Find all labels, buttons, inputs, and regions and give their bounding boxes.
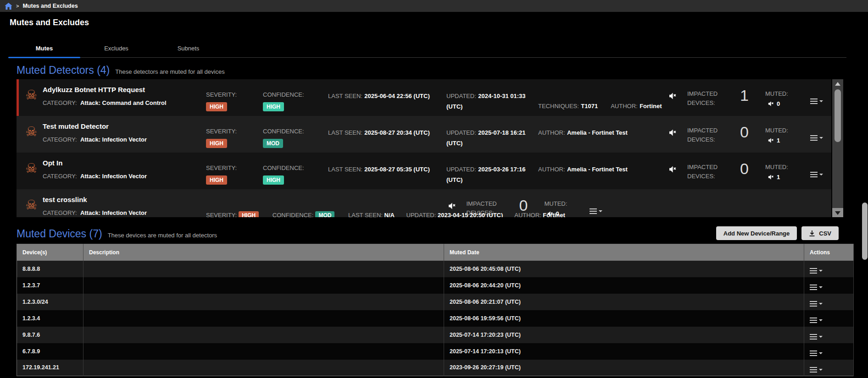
detector-name: Opt In [43, 159, 206, 167]
severity-badge: HIGH [206, 175, 227, 185]
device-cell: 1.2.3.0/24 [17, 294, 83, 310]
tab-excludes[interactable]: Excludes [80, 40, 152, 57]
scroll-thumb[interactable] [835, 89, 841, 142]
chevron-down-icon [819, 369, 823, 371]
detector-name: test crosslink [43, 196, 206, 203]
row-menu-button[interactable] [590, 208, 602, 214]
confidence-label: CONFIDENCE: [263, 164, 304, 171]
page-scroll-thumb[interactable] [862, 203, 868, 260]
severity-badge: HIGH [206, 139, 227, 148]
table-row: 1.2.3.0/24 2025-08-06 20:21:07 (UTC) [17, 294, 854, 310]
skull-icon: ☠ [25, 197, 37, 212]
skull-icon: ☠ [25, 161, 37, 175]
muted-detectors-list: ☠ Adylkuzz Botnet HTTP Request CATEGORY:… [17, 79, 843, 217]
last-seen-value: N/A [384, 212, 395, 217]
menu-icon [810, 285, 817, 290]
confidence-badge: MOD [263, 139, 283, 148]
muted-date-cell: 2025-08-06 20:44:20 (UTC) [444, 277, 804, 294]
row-menu-button[interactable] [810, 285, 823, 290]
muted-date-cell: 2025-07-14 17:20:13 (UTC) [444, 343, 804, 360]
row-menu-button[interactable] [810, 99, 823, 104]
detector-row: ☠ test crosslink CATEGORY: Attack: Infec… [17, 189, 831, 217]
confidence-badge: HIGH [263, 102, 284, 111]
author-value: Fortinet [640, 103, 662, 110]
row-menu-button[interactable] [810, 268, 823, 274]
menu-icon [810, 318, 817, 323]
chevron-down-icon [819, 174, 823, 175]
row-menu-button[interactable] [810, 367, 823, 373]
mute-button[interactable] [669, 79, 687, 116]
row-menu-button[interactable] [810, 172, 823, 177]
menu-icon [590, 208, 597, 214]
author-value: Amelia - Fortinet Test [567, 166, 628, 173]
muted-count: 0 [777, 100, 780, 107]
chevron-down-icon [819, 286, 823, 288]
table-row: 6.7.8.9 2025-07-14 17:20:13 (UTC) [17, 343, 854, 360]
category-label: CATEGORY: [43, 99, 77, 106]
description-cell [83, 360, 444, 376]
breadcrumb[interactable]: Mutes and Excludes [22, 3, 78, 9]
scroll-down-button[interactable] [832, 208, 843, 217]
severity-label: SEVERITY: [206, 91, 237, 98]
muted-date-cell: 2025-07-14 17:20:23 (UTC) [444, 327, 804, 343]
impacted-devices-label: IMPACTED DEVICES: [687, 126, 724, 144]
techniques-value: T1071 [581, 103, 598, 110]
csv-export-button[interactable]: CSV [801, 226, 839, 240]
muted-devices-table: Device(s) Description Muted Date Actions… [17, 244, 854, 376]
tab-subnets[interactable]: Subnets [152, 40, 224, 57]
row-menu-button[interactable] [810, 351, 823, 356]
mute-button[interactable] [669, 116, 687, 153]
category-value: Attack: Infection Vector [80, 209, 147, 216]
chevron-down-icon [819, 137, 823, 139]
device-cell: 1.2.3.7 [17, 277, 83, 294]
impacted-devices-label: IMPACTED DEVICES: [687, 163, 724, 181]
category-value: Attack: Infection Vector [80, 136, 147, 143]
muted-date-cell: 2025-08-06 20:45:08 (UTC) [444, 261, 804, 277]
updated-label: UPDATED: [446, 129, 476, 136]
page-scrollbar[interactable] [862, 0, 868, 378]
description-cell [83, 277, 444, 294]
muted-label: MUTED: [765, 127, 788, 134]
muted-count-icon [768, 174, 774, 180]
col-description: Description [83, 244, 444, 261]
chevron-down-icon [819, 303, 823, 305]
tab-mutes[interactable]: Mutes [8, 40, 80, 57]
table-row: 9.8.7.6 2025-07-14 17:20:23 (UTC) [17, 327, 854, 343]
muted-count: 1 [777, 137, 780, 144]
add-device-button[interactable]: Add New Device/Range [716, 226, 797, 240]
muted-speaker-icon [448, 202, 456, 210]
category-label: CATEGORY: [43, 136, 77, 143]
description-cell [83, 294, 444, 310]
device-cell: 9.8.7.6 [17, 327, 83, 343]
techniques-label: TECHNIQUES: [538, 103, 579, 110]
muted-speaker-icon [669, 129, 677, 137]
mute-button[interactable] [669, 153, 687, 189]
detector-list-scrollbar[interactable] [832, 79, 843, 217]
updated-label: UPDATED: [446, 166, 476, 173]
updated-value: 2023-04-15 20:50 (UTC) [438, 212, 503, 217]
breadcrumb-bar: > Mutes and Excludes [0, 0, 868, 12]
severity-label: SEVERITY: [206, 164, 237, 171]
detector-row: ☠ Test muted Detector CATEGORY: Attack: … [17, 116, 831, 153]
menu-icon [810, 172, 818, 177]
muted-speaker-icon [669, 165, 677, 173]
severity-label: SEVERITY: [206, 212, 237, 217]
home-icon[interactable] [5, 3, 12, 10]
impacted-devices-count: 0 [740, 116, 765, 153]
updated-label: UPDATED: [446, 93, 476, 99]
last-seen-label: LAST SEEN: [348, 212, 383, 217]
confidence-badge: MOD [315, 211, 334, 217]
category-value: Attack: Command and Control [80, 99, 167, 106]
col-devices: Device(s) [17, 244, 83, 261]
muted-detectors-title: Muted Detectors (4) [17, 64, 110, 77]
author-value: Amelia - Fortinet Test [567, 129, 628, 136]
scroll-up-icon[interactable] [835, 82, 840, 86]
row-menu-button[interactable] [810, 334, 823, 340]
author-label: AUTHOR: [611, 103, 638, 110]
row-menu-button[interactable] [810, 301, 823, 307]
detector-row: ☠ Opt In CATEGORY: Attack: Infection Vec… [17, 153, 831, 189]
menu-icon [810, 334, 817, 340]
last-seen-label: LAST SEEN: [328, 129, 362, 136]
row-menu-button[interactable] [810, 318, 823, 323]
row-menu-button[interactable] [810, 135, 823, 141]
